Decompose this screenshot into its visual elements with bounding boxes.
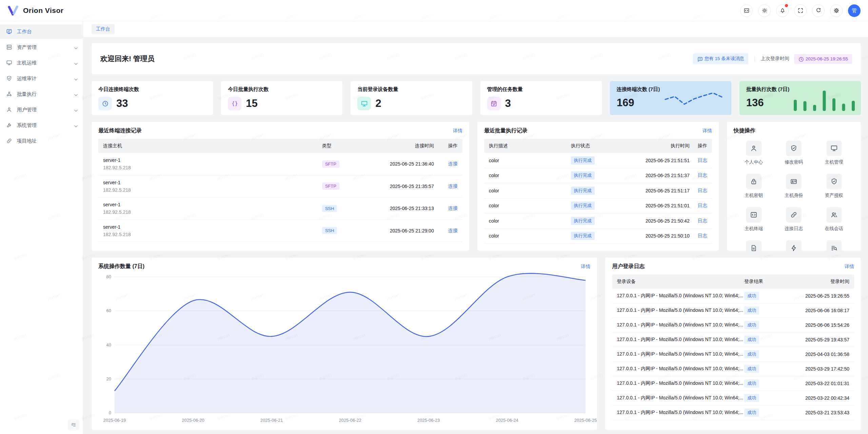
quick-action-4[interactable]: 主机密钥 bbox=[734, 174, 774, 199]
idcard-icon bbox=[786, 174, 802, 189]
breadcrumb-item-workbench[interactable]: 工作台 bbox=[92, 24, 115, 34]
sidebar-item-label: 项目地址 bbox=[17, 138, 77, 144]
chart-detail-link[interactable]: 详情 bbox=[581, 264, 590, 270]
svg-text:2025-06-20: 2025-06-20 bbox=[182, 418, 204, 423]
sidebar-item-5[interactable]: 批量执行 bbox=[0, 87, 83, 101]
login-row: 127.0.0.1 - 内网IP - Mozilla/5.0 (Windows … bbox=[612, 289, 854, 303]
log-link[interactable]: 日志 bbox=[698, 172, 707, 178]
bell-icon bbox=[780, 7, 786, 14]
log-link[interactable]: 日志 bbox=[698, 233, 707, 238]
notifications-button[interactable] bbox=[776, 4, 789, 17]
sidebar-item-label: 主机运维 bbox=[17, 60, 68, 66]
host-ip: 182.92.5.218 bbox=[103, 232, 322, 237]
batch-table: 执行描述执行状态执行时间操作color执行完成2025-06-25 21:51:… bbox=[484, 139, 712, 244]
connect-link[interactable]: 连接 bbox=[448, 228, 458, 233]
column-header: 登录设备 bbox=[617, 279, 744, 285]
stat-value-row: 3 bbox=[487, 97, 595, 110]
quick-action-8[interactable]: 连接日志 bbox=[774, 207, 814, 232]
host-name: server-1 bbox=[103, 180, 322, 185]
connect-link[interactable]: 连接 bbox=[448, 161, 458, 166]
sidebar-item-label: 批量执行 bbox=[17, 91, 68, 97]
exec-desc: color bbox=[489, 218, 571, 224]
log-link[interactable]: 日志 bbox=[698, 203, 707, 208]
quick-action-7[interactable]: 主机终端 bbox=[734, 207, 774, 232]
shieldcheck-icon bbox=[6, 75, 13, 82]
stat-value: 33 bbox=[116, 97, 128, 110]
exec-status-badge: 执行完成 bbox=[571, 156, 595, 165]
login-row: 127.0.0.1 - 内网IP - Mozilla/5.0 (Windows … bbox=[612, 318, 854, 333]
dashboard-icon bbox=[6, 29, 13, 35]
code-button[interactable] bbox=[740, 4, 753, 17]
stat-value: 15 bbox=[246, 97, 257, 110]
monitor-icon bbox=[826, 140, 842, 156]
collapse-sidebar-button[interactable] bbox=[68, 419, 79, 431]
theme-button[interactable] bbox=[758, 4, 771, 17]
host-ip: 182.92.5.218 bbox=[103, 209, 322, 215]
quick-actions-title: 快捷操作 bbox=[734, 127, 755, 134]
settings-button[interactable] bbox=[830, 4, 843, 17]
sidebar-item-label: 系统管理 bbox=[17, 122, 68, 129]
stat-value-row: 2 bbox=[357, 97, 465, 110]
header-actions: 管 bbox=[740, 4, 861, 17]
terminal-detail-link[interactable]: 详情 bbox=[453, 128, 462, 134]
login-row: 127.0.0.1 - 内网IP - Mozilla/5.0 (Windows … bbox=[612, 347, 854, 362]
login-device: 127.0.0.1 - 内网IP - Mozilla/5.0 (Windows … bbox=[617, 351, 744, 357]
quick-action-6[interactable]: 资产授权 bbox=[814, 174, 854, 199]
log-link[interactable]: 日志 bbox=[698, 157, 707, 163]
main-area: 工作台 欢迎回来! 管理员 您有 15 条未读消息 上次登录时间 2025-06… bbox=[83, 21, 868, 434]
sidebar-item-2[interactable]: 资产管理 bbox=[0, 40, 83, 55]
quick-action-label: 修改密码 bbox=[785, 159, 803, 165]
sidebar-item-4[interactable]: 运维审计 bbox=[0, 71, 83, 86]
sidebar-item-3[interactable]: 主机运维 bbox=[0, 56, 83, 70]
svg-text:2025-06-24: 2025-06-24 bbox=[496, 418, 518, 423]
quick-action-1[interactable]: 个人中心 bbox=[734, 140, 774, 165]
host-name: server-1 bbox=[103, 224, 322, 230]
column-header: 操作 bbox=[434, 143, 458, 149]
app-title: Orion Visor bbox=[23, 6, 63, 15]
quick-actions-card: 快捷操作 个人中心修改密码主机管理主机密钥主机身份资产授权主机终端连接日志在线会… bbox=[727, 122, 861, 251]
unread-messages-chip[interactable]: 您有 15 条未读消息 bbox=[693, 53, 748, 64]
executions-sparkbars bbox=[794, 91, 855, 111]
unread-messages-text: 您有 15 条未读消息 bbox=[705, 56, 744, 62]
welcome-title: 欢迎回来! 管理员 bbox=[100, 54, 155, 63]
log-link[interactable]: 日志 bbox=[698, 218, 707, 223]
sidebar-item-8[interactable]: 项目地址 bbox=[0, 134, 83, 148]
exec-desc: color bbox=[489, 158, 571, 163]
quick-action-3[interactable]: 主机管理 bbox=[814, 140, 854, 165]
login-detail-link[interactable]: 详情 bbox=[845, 264, 854, 270]
last-login-label: 上次登录时间 bbox=[761, 56, 789, 62]
sidebar-item-7[interactable]: 系统管理 bbox=[0, 118, 83, 133]
terminal-row: server-1182.92.5.218SSH2025-06-25 21:29:… bbox=[98, 220, 462, 242]
quick-action-2[interactable]: 修改密码 bbox=[774, 140, 814, 165]
login-time: 2025-03-22 00:42:34 bbox=[782, 395, 849, 401]
login-device: 127.0.0.1 - 内网IP - Mozilla/5.0 (Windows … bbox=[617, 366, 744, 372]
quick-action-label: 主机密钥 bbox=[745, 192, 763, 199]
connect-link[interactable]: 连接 bbox=[448, 183, 458, 189]
exec-time: 2025-06-25 21:51:17 bbox=[618, 188, 690, 193]
app-logo: Orion Visor bbox=[7, 5, 63, 16]
sidebar-item-label: 资产管理 bbox=[17, 44, 68, 51]
refresh-button[interactable] bbox=[812, 4, 825, 17]
connect-link[interactable]: 连接 bbox=[448, 205, 458, 211]
exec-status-badge: 执行完成 bbox=[571, 171, 595, 180]
quick-action-9[interactable]: 在线会话 bbox=[814, 207, 854, 232]
login-device: 127.0.0.1 - 内网IP - Mozilla/5.0 (Windows … bbox=[617, 337, 744, 343]
type-badge: SSH bbox=[322, 205, 337, 212]
connect-time: 2025-06-25 21:29:00 bbox=[356, 228, 434, 233]
fullscreen-button[interactable] bbox=[794, 4, 807, 17]
batch-executions-card: 最近批量执行记录 详情 执行描述执行状态执行时间操作color执行完成2025-… bbox=[477, 122, 719, 251]
log-link[interactable]: 日志 bbox=[698, 188, 707, 193]
exec-desc: color bbox=[489, 233, 571, 239]
system-operations-card: 系统操作数量 (7日) 详情 0204060802025-06-192025-0… bbox=[92, 258, 597, 430]
exec-desc: color bbox=[489, 173, 571, 178]
sidebar-item-1[interactable]: 工作台 bbox=[0, 24, 83, 39]
batch-detail-link[interactable]: 详情 bbox=[703, 128, 712, 134]
chevron-down-icon bbox=[73, 76, 77, 81]
user-avatar[interactable]: 管 bbox=[848, 4, 861, 17]
login-result-badge: 成功 bbox=[744, 321, 759, 329]
message-icon bbox=[697, 56, 702, 61]
quick-action-5[interactable]: 主机身份 bbox=[774, 174, 814, 199]
terminal-row: server-1182.92.5.218SFTP2025-06-25 21:35… bbox=[98, 175, 462, 198]
sidebar-item-6[interactable]: 用户管理 bbox=[0, 102, 83, 117]
chart-card-title: 系统操作数量 (7日) bbox=[98, 263, 144, 270]
